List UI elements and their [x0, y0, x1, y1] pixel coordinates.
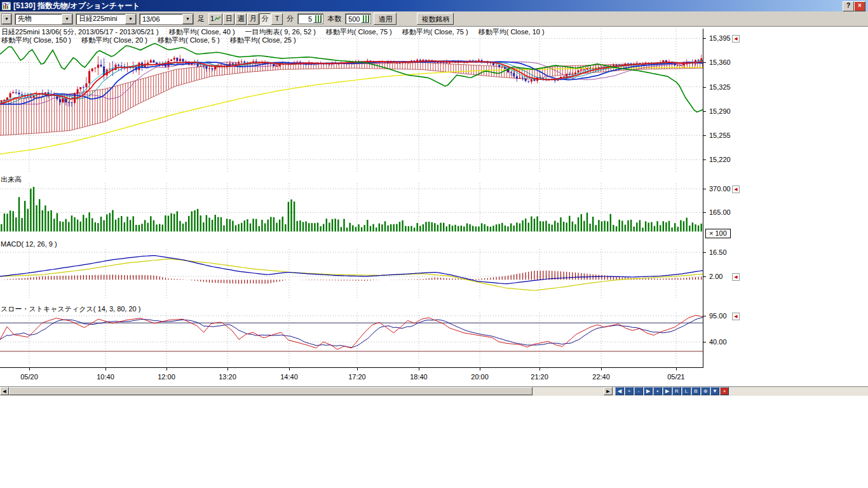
nav-button[interactable]: R [672, 387, 681, 395]
axis-tick [601, 368, 602, 370]
price-axis-label: 370.00 [709, 185, 731, 193]
time-axis-label: 20:00 [466, 373, 494, 381]
indicator-label: 移動平均( Close, 25 ) [230, 36, 296, 45]
time-axis-label: 22:40 [587, 373, 615, 381]
window-title: [5130] 指数先物/オプションチャート [13, 1, 140, 11]
nav-button[interactable]: - [634, 387, 643, 395]
nav-button[interactable]: B [691, 387, 700, 395]
axis-marker-icon[interactable]: ◀ [732, 313, 740, 320]
bars-label: 本数 [327, 14, 341, 24]
time-axis-label: 17:20 [343, 373, 371, 381]
axis-tick [703, 316, 706, 316]
mini-dropdown[interactable]: ▼ [1, 13, 12, 25]
period-button-minute[interactable]: 分 [259, 13, 271, 25]
axis-tick [703, 189, 706, 189]
nav-button[interactable]: ▶ [663, 387, 672, 395]
scroll-left-button[interactable]: ◀ [0, 387, 9, 395]
axis-marker-icon[interactable]: ◀ [732, 186, 740, 193]
nav-button[interactable]: + [625, 387, 634, 395]
time-axis-label: 14:40 [275, 373, 303, 381]
help-button[interactable]: ? [843, 1, 854, 11]
multi-symbol-button[interactable]: 複数銘柄 [417, 13, 454, 25]
period-button-week[interactable]: 週 [235, 13, 247, 25]
price-axis-label: 16.50 [709, 248, 727, 256]
chevron-down-icon: ▼ [2, 14, 11, 24]
period-button-month[interactable]: 月 [247, 13, 259, 25]
volume-pane-label: 出来高 [1, 175, 22, 184]
axis-tick [703, 38, 706, 39]
axis-tick [703, 135, 706, 136]
contract-dropdown[interactable]: 13/06 ▼ [139, 13, 194, 25]
chart-plots[interactable] [0, 27, 703, 386]
title-bar[interactable]: [5130] 指数先物/オプションチャート ? × [0, 0, 868, 11]
price-axis-label: 15,325 [709, 83, 731, 91]
macd-pane-label: MACD( 12, 26, 9 ) [1, 240, 57, 248]
axis-tick [703, 159, 706, 160]
axis-marker-icon[interactable]: ◀ [732, 35, 740, 43]
axis-tick [289, 368, 290, 370]
scroll-right-button[interactable]: ▶ [604, 387, 613, 395]
bars-input-icon[interactable] [361, 15, 369, 23]
symbol-dropdown-value: 日経225mini [79, 14, 118, 24]
nav-button[interactable]: ◀ [615, 387, 624, 395]
chevron-down-icon: ▼ [125, 14, 136, 24]
axis-tick [703, 62, 706, 63]
axis-tick [703, 276, 706, 277]
axis-tick [357, 368, 358, 370]
period-button-tick[interactable]: T [271, 13, 283, 25]
time-axis-label: 12:00 [153, 373, 180, 381]
period-button-day[interactable]: 日 [223, 13, 234, 25]
main-pane-canvas[interactable] [0, 29, 703, 173]
bars-input[interactable]: 500 [345, 13, 371, 24]
apply-button[interactable]: 適用 [374, 13, 397, 25]
time-axis-label: 10:40 [92, 373, 119, 381]
indicator-header-line2: 移動平均( Close, 150 ) 移動平均( Close, 20 ) 移動平… [1, 36, 296, 45]
minute-input[interactable]: 5 [297, 13, 323, 24]
indicator-label: 移動平均( Close, 75 ) [402, 27, 468, 37]
indicator-label: 移動平均( Close, 75 ) [326, 27, 392, 37]
price-axis-label: 15,395 [709, 34, 731, 42]
nav-button[interactable]: × [720, 387, 729, 395]
axis-tick [676, 368, 677, 370]
minute-input-icon[interactable] [313, 15, 322, 23]
period-button-1min[interactable]: 1 [208, 13, 222, 25]
time-axis-labels: 05/2010:4012:0013:2014:4017:2018:4020:00… [0, 373, 703, 382]
minute-input-value: 5 [301, 15, 312, 23]
axis-tick [539, 368, 540, 370]
category-dropdown-value: 先物 [18, 14, 32, 24]
close-button[interactable]: × [854, 1, 865, 11]
bars-input-value: 500 [348, 15, 360, 23]
h-scrollbar[interactable]: ◀ ▶ ◀+-▶▪▶RLB⊕▼× [0, 386, 868, 396]
axis-tick [703, 252, 706, 253]
time-axis-label: 05/20 [15, 373, 43, 381]
stoch-pane-canvas[interactable] [0, 313, 703, 366]
time-axis-label: 18:40 [405, 373, 433, 381]
axis-tick [703, 87, 706, 88]
ashi-label: 足 [198, 14, 205, 24]
axis-marker-icon[interactable]: ◀ [732, 273, 740, 281]
minute-label: 分 [287, 14, 294, 24]
axis-tick [166, 368, 167, 370]
axis-tick [419, 368, 419, 370]
nav-button[interactable]: ▶ [644, 387, 653, 395]
nav-button[interactable]: ▪ [653, 387, 662, 395]
stoch-pane-label: スロー・ストキャスティクス( 14, 3, 80, 20 ) [1, 304, 140, 314]
volume-pane-canvas[interactable] [0, 183, 703, 234]
macd-pane-canvas[interactable] [0, 249, 703, 299]
chart-area[interactable]: 05/2010:4012:0013:2014:4017:2018:4020:00… [0, 27, 868, 386]
price-axis-labels: 15,395◀15,36015,32515,29015,25515,220370… [703, 27, 741, 383]
symbol-dropdown[interactable]: 日経225mini ▼ [76, 13, 137, 25]
chart-nav-buttons: ◀+-▶▪▶RLB⊕▼× [615, 387, 729, 395]
indicator-label: 移動平均( Close, 10 ) [478, 27, 545, 37]
category-dropdown[interactable]: 先物 ▼ [15, 13, 73, 25]
price-axis-label: 15,290 [709, 107, 731, 115]
scrollbar-thumb[interactable] [9, 387, 532, 395]
nav-button[interactable]: L [682, 387, 691, 395]
price-axis-label: 95.00 [709, 312, 727, 320]
volume-multiplier-box: × 100 [705, 229, 731, 238]
time-axis-label: 21:20 [526, 373, 553, 381]
nav-button[interactable]: ▼ [710, 387, 719, 395]
axis-tick [703, 212, 706, 213]
period-button-group: 1 日 週 月 分 T [208, 13, 283, 25]
nav-button[interactable]: ⊕ [701, 387, 710, 395]
